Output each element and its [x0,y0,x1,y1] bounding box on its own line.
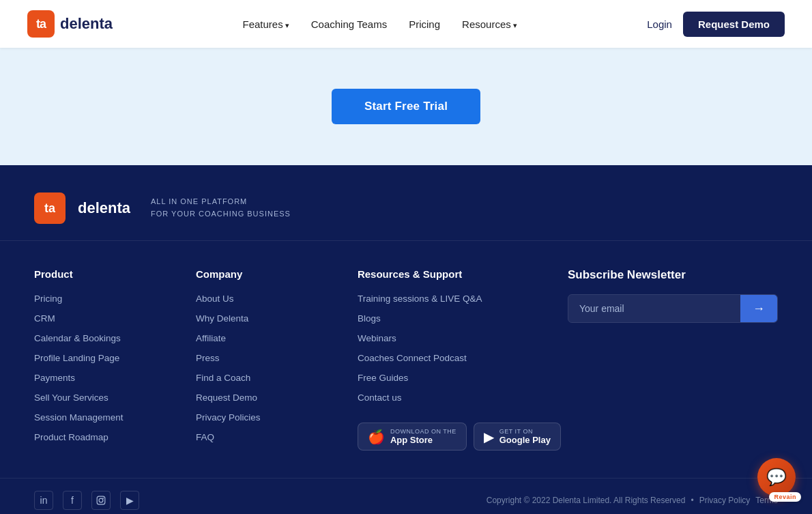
navbar: ta delenta Features Coaching Teams Prici… [0,0,812,48]
company-privacy-link[interactable]: Privacy Policies [196,412,261,423]
apple-icon: 🍎 [368,429,385,445]
list-item: Session Management [34,411,196,423]
company-heading: Company [196,268,358,280]
product-payments-link[interactable]: Payments [34,373,75,383]
footer-newsletter-col: Subscribe Newsletter → [568,268,778,451]
google-play-text: Get it on Google Play [499,428,551,445]
nav-item-features[interactable]: Features [242,18,289,30]
list-item: Blogs [358,312,568,324]
footer-columns: Product Pricing CRM Calendar & Bookings … [0,241,812,478]
email-submit-button[interactable]: → [740,295,777,322]
privacy-link[interactable]: Privacy Policy [699,496,751,505]
logo-text: delenta [60,15,113,33]
copyright-text: Copyright © 2022 Delenta Limited. All Ri… [487,496,686,505]
logo-icon: ta [27,10,55,38]
google-play-icon: ▶ [484,429,494,445]
svg-point-2 [102,498,104,499]
list-item: Find a Coach [196,371,358,384]
nav-item-resources[interactable]: Resources [462,18,517,30]
product-pricing-link[interactable]: Pricing [34,294,62,304]
chat-button[interactable]: 💬 [757,458,796,496]
start-trial-button[interactable]: Start Free Trial [332,89,480,124]
newsletter-heading: Subscribe Newsletter [568,268,778,282]
product-profile-link[interactable]: Profile Landing Page [34,353,119,363]
list-item: Why Delenta [196,312,358,324]
list-item: Sell Your Services [34,391,196,403]
footer-legal: Copyright © 2022 Delenta Limited. All Ri… [487,496,778,505]
company-affiliate-link[interactable]: Affiliate [196,333,226,343]
linkedin-icon[interactable]: in [34,491,53,510]
separator: • [691,496,693,505]
footer-company-col: Company About Us Why Delenta Affiliate P… [196,268,358,451]
footer: ta delenta ALL IN ONE PLATFORM FOR YOUR … [0,165,812,514]
company-find-coach-link[interactable]: Find a Coach [196,373,250,383]
list-item: Affiliate [196,332,358,344]
list-item: Request Demo [196,391,358,403]
list-item: FAQ [196,431,358,443]
email-input[interactable] [568,295,740,322]
hero-section: Start Free Trial [0,48,812,165]
list-item: CRM [34,312,196,324]
footer-product-col: Product Pricing CRM Calendar & Bookings … [34,268,196,451]
product-heading: Product [34,268,196,280]
product-session-link[interactable]: Session Management [34,412,124,423]
resources-contact-link[interactable]: Contact us [358,392,402,403]
product-sell-link[interactable]: Sell Your Services [34,392,108,403]
company-about-link[interactable]: About Us [196,294,234,304]
list-item: Calendar & Bookings [34,332,196,344]
youtube-icon[interactable]: ▶ [120,491,139,510]
instagram-icon[interactable] [91,491,111,510]
svg-rect-0 [97,496,105,504]
resources-guides-link[interactable]: Free Guides [358,373,408,383]
list-item: Coaches Connect Podcast [358,352,568,364]
resources-blogs-link[interactable]: Blogs [358,313,381,324]
chat-widget-container: 💬 Revain [753,454,801,502]
revain-label: Revain [769,492,801,502]
list-item: Pricing [34,292,196,304]
google-play-badge[interactable]: ▶ Get it on Google Play [474,423,561,451]
request-demo-button[interactable]: Request Demo [683,12,785,37]
nav-right: Login Request Demo [647,12,785,37]
resources-podcast-link[interactable]: Coaches Connect Podcast [358,353,467,363]
company-faq-link[interactable]: FAQ [196,432,214,442]
social-icons: in f ▶ [34,491,139,510]
list-item: Payments [34,371,196,384]
company-why-link[interactable]: Why Delenta [196,313,248,324]
list-item: Free Guides [358,371,568,384]
resources-webinars-link[interactable]: Webinars [358,333,396,343]
login-link[interactable]: Login [647,18,672,30]
footer-tagline: ALL IN ONE PLATFORM FOR YOUR COACHING BU… [151,196,291,220]
footer-bottom: in f ▶ Copyright © 2022 Delenta Limited.… [0,478,812,514]
facebook-icon[interactable]: f [63,491,82,510]
list-item: Privacy Policies [196,411,358,423]
list-item: About Us [196,292,358,304]
logo[interactable]: ta delenta [27,10,113,38]
nav-links: Features Coaching Teams Pricing Resource… [242,18,517,30]
product-crm-link[interactable]: CRM [34,313,55,324]
resources-heading: Resources & Support [358,268,568,280]
app-store-badge[interactable]: 🍎 Download on the App Store [358,423,467,451]
list-item: Webinars [358,332,568,344]
product-calendar-link[interactable]: Calendar & Bookings [34,333,121,343]
company-press-link[interactable]: Press [196,353,220,363]
app-badges: 🍎 Download on the App Store ▶ Get it on … [358,423,568,451]
list-item: Product Roadmap [34,431,196,443]
list-item: Contact us [358,391,568,403]
nav-item-pricing[interactable]: Pricing [409,18,440,30]
svg-point-1 [99,498,103,502]
app-store-text: Download on the App Store [390,428,456,445]
list-item: Profile Landing Page [34,352,196,364]
footer-brand: ta delenta ALL IN ONE PLATFORM FOR YOUR … [0,165,812,241]
nav-item-coaching-teams[interactable]: Coaching Teams [311,18,387,30]
list-item: Training sessions & LIVE Q&A [358,292,568,304]
footer-resources-col: Resources & Support Training sessions & … [358,268,568,451]
list-item: Press [196,352,358,364]
product-roadmap-link[interactable]: Product Roadmap [34,432,108,442]
footer-logo-text: delenta [78,199,130,217]
resources-training-link[interactable]: Training sessions & LIVE Q&A [358,294,482,304]
footer-logo-icon: ta [34,192,66,224]
newsletter-form: → [568,294,778,323]
company-request-demo-link[interactable]: Request Demo [196,392,257,403]
